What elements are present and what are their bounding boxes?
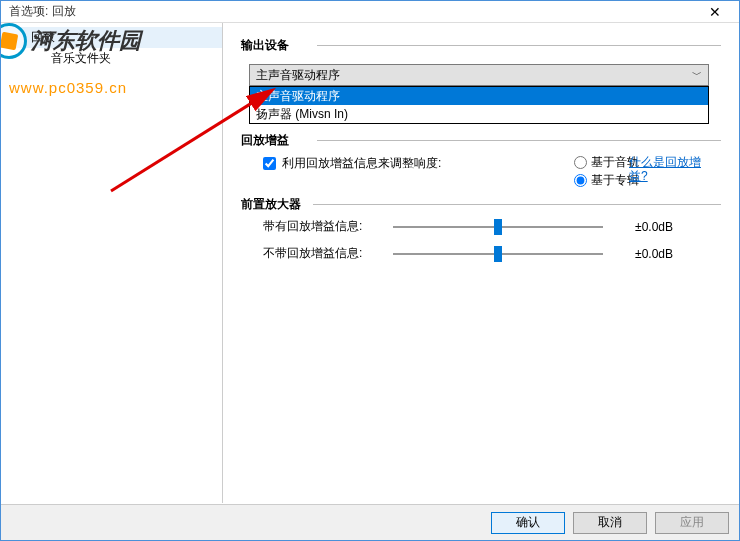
close-icon: ✕	[709, 4, 721, 20]
radio-track[interactable]	[574, 156, 587, 169]
sidebar: 回放 音乐文件夹	[1, 23, 223, 503]
use-replay-gain-label: 利用回放增益信息来调整响度:	[282, 155, 441, 172]
slider-without-gain[interactable]	[393, 253, 603, 255]
ok-button[interactable]: 确认	[491, 512, 565, 534]
apply-button[interactable]: 应用	[655, 512, 729, 534]
replay-gain-legend: 回放增益	[237, 133, 293, 147]
dropdown-selected-label: 主声音驱动程序	[256, 67, 340, 84]
preamp-fieldset: 前置放大器 带有回放增益信息: ±0.0dB 不带回放增益信息: ±0.0dB	[237, 196, 721, 267]
close-button[interactable]: ✕	[695, 2, 735, 22]
cancel-button[interactable]: 取消	[573, 512, 647, 534]
dropdown-options-list: 主声音驱动程序 扬声器 (Mivsn In)	[249, 86, 709, 124]
sidebar-item-music-folder[interactable]: 音乐文件夹	[1, 48, 222, 69]
dropdown-option-label: 主声音驱动程序	[256, 88, 340, 105]
slider-thumb[interactable]	[494, 219, 502, 235]
output-device-legend: 输出设备	[237, 38, 293, 52]
dropdown-option[interactable]: 扬声器 (Mivsn In)	[250, 105, 708, 123]
window-title: 首选项: 回放	[9, 3, 76, 20]
sidebar-item-playback[interactable]: 回放	[1, 27, 222, 48]
slider-row-without-gain: 不带回放增益信息: ±0.0dB	[237, 240, 721, 267]
dropdown-option-label: 扬声器 (Mivsn In)	[256, 106, 348, 123]
sidebar-item-label: 回放	[31, 30, 55, 44]
dropdown-selected[interactable]: 主声音驱动程序 ﹀	[249, 64, 709, 86]
output-device-dropdown[interactable]: 主声音驱动程序 ﹀ 主声音驱动程序 扬声器 (Mivsn In)	[249, 64, 709, 86]
slider-row-with-gain: 带有回放增益信息: ±0.0dB	[237, 213, 721, 240]
output-device-fieldset: 输出设备 主声音驱动程序 ﹀ 主声音驱动程序 扬声器 (Mivsn In)	[237, 37, 721, 86]
help-link-replay-gain[interactable]: 什么是回放增益?	[629, 155, 719, 183]
dropdown-option[interactable]: 主声音驱动程序	[250, 87, 708, 105]
content-area: 回放 音乐文件夹 输出设备 主声音驱动程序 ﹀ 主声音驱动程序 扬声器 (Miv…	[1, 23, 739, 503]
chevron-down-icon: ﹀	[692, 68, 702, 82]
slider-with-gain[interactable]	[393, 226, 603, 228]
button-bar: 确认 取消 应用	[1, 504, 739, 540]
slider-label: 带有回放增益信息:	[263, 218, 383, 235]
preamp-legend: 前置放大器	[237, 197, 305, 211]
slider-value: ±0.0dB	[613, 220, 673, 234]
slider-thumb[interactable]	[494, 246, 502, 262]
radio-album[interactable]	[574, 174, 587, 187]
slider-value: ±0.0dB	[613, 247, 673, 261]
slider-label: 不带回放增益信息:	[263, 245, 383, 262]
titlebar: 首选项: 回放 ✕	[1, 1, 739, 23]
main-panel: 输出设备 主声音驱动程序 ﹀ 主声音驱动程序 扬声器 (Mivsn In)	[223, 23, 739, 503]
sidebar-item-label: 音乐文件夹	[51, 51, 111, 65]
use-replay-gain-checkbox[interactable]	[263, 157, 276, 170]
